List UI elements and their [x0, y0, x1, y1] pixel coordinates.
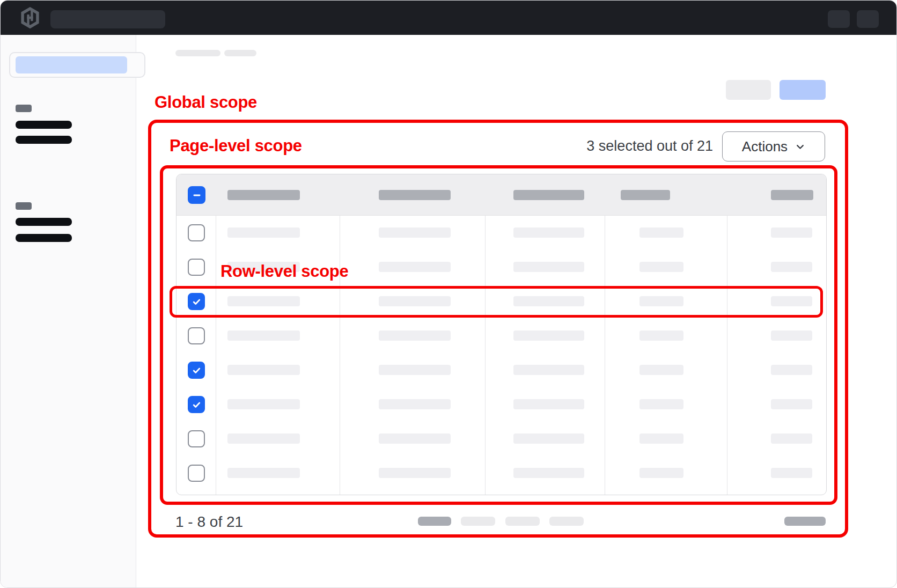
table-row	[177, 319, 826, 353]
cell-skeleton	[513, 365, 584, 375]
actions-button[interactable]: Actions	[722, 131, 825, 161]
cell-skeleton	[771, 227, 812, 238]
cell-skeleton	[227, 365, 300, 375]
data-table	[176, 174, 827, 495]
cell-skeleton	[227, 399, 300, 409]
cell-skeleton	[639, 227, 683, 238]
cell-skeleton	[639, 330, 683, 341]
cell-skeleton	[771, 330, 812, 341]
cell-skeleton	[513, 262, 584, 272]
cell-skeleton	[227, 227, 300, 238]
check-icon	[192, 400, 201, 409]
minus-icon	[192, 190, 202, 200]
cell-skeleton	[771, 262, 812, 272]
table-row	[177, 353, 826, 387]
cell-skeleton	[379, 227, 451, 238]
primary-button[interactable]	[780, 80, 826, 100]
table-row	[177, 456, 826, 490]
cell-skeleton	[379, 399, 451, 409]
sidebar-section-label	[16, 105, 32, 112]
header-skeleton	[771, 190, 813, 200]
row-scope-label: Row-level scope	[220, 262, 348, 281]
pagination-next-pill[interactable]	[784, 517, 826, 526]
cell-skeleton	[771, 433, 812, 444]
table-row	[177, 284, 826, 319]
sidebar	[1, 35, 136, 588]
cell-skeleton	[771, 468, 812, 478]
cell-skeleton	[639, 433, 683, 444]
breadcrumb-item[interactable]	[224, 50, 256, 56]
table-body	[177, 216, 826, 490]
help-button[interactable]	[828, 10, 850, 28]
sidebar-item[interactable]	[16, 136, 72, 144]
page-scope-label: Page-level scope	[170, 136, 302, 156]
chevron-down-icon	[795, 142, 805, 152]
cell-skeleton	[227, 330, 300, 341]
cell-skeleton	[513, 227, 584, 238]
row-checkbox[interactable]	[188, 224, 205, 241]
secondary-button[interactable]	[726, 80, 771, 100]
app-window: Global scope Page-level scope Row-level …	[0, 0, 897, 588]
header-skeleton	[227, 190, 300, 200]
cell-skeleton	[639, 399, 683, 409]
pagination-page-pill[interactable]	[505, 517, 540, 526]
header-skeleton	[379, 190, 451, 200]
cell-skeleton	[639, 365, 683, 375]
cell-skeleton	[513, 433, 584, 444]
cell-skeleton	[379, 365, 451, 375]
selection-status: 3 selected out of 21	[586, 138, 713, 155]
header-skeleton	[621, 190, 670, 200]
search-input[interactable]	[50, 10, 165, 28]
top-navbar	[1, 1, 897, 35]
select-all-checkbox[interactable]	[188, 186, 205, 204]
cell-skeleton	[513, 468, 584, 478]
cell-skeleton	[379, 433, 451, 444]
check-icon	[192, 297, 201, 306]
cell-skeleton	[513, 330, 584, 341]
sidebar-item[interactable]	[16, 234, 72, 242]
cell-skeleton	[379, 468, 451, 478]
check-icon	[192, 366, 201, 375]
sidebar-item[interactable]	[16, 218, 72, 226]
cell-skeleton	[227, 468, 300, 478]
cell-skeleton	[771, 365, 812, 375]
cell-skeleton	[379, 262, 451, 272]
cell-skeleton	[771, 296, 812, 306]
row-checkbox[interactable]	[188, 430, 205, 447]
cell-skeleton	[771, 399, 812, 409]
pagination-range: 1 - 8 of 21	[175, 513, 243, 531]
row-checkbox[interactable]	[188, 327, 205, 344]
cell-skeleton	[227, 433, 300, 444]
table-row	[177, 422, 826, 456]
cell-skeleton	[639, 262, 683, 272]
cell-skeleton	[379, 330, 451, 341]
cell-skeleton	[639, 468, 683, 478]
row-checkbox-checked[interactable]	[188, 362, 205, 379]
cell-skeleton	[513, 399, 584, 409]
header-skeleton	[513, 190, 584, 200]
user-menu-button[interactable]	[857, 10, 879, 28]
actions-button-label: Actions	[742, 138, 788, 155]
cell-skeleton	[227, 296, 300, 306]
cell-skeleton	[379, 296, 451, 306]
row-checkbox-checked[interactable]	[188, 396, 205, 413]
sidebar-item[interactable]	[16, 121, 72, 129]
sidebar-active-item[interactable]	[16, 56, 127, 74]
table-row	[177, 216, 826, 250]
pagination-page-pill[interactable]	[549, 517, 584, 526]
row-checkbox[interactable]	[188, 465, 205, 482]
table-row	[177, 387, 826, 422]
sidebar-section-label	[16, 202, 32, 210]
pagination-page-pill[interactable]	[418, 517, 451, 526]
table-header	[177, 174, 826, 216]
hashicorp-logo-icon	[19, 6, 41, 29]
cell-skeleton	[513, 296, 584, 306]
row-checkbox-checked[interactable]	[188, 293, 205, 310]
row-checkbox[interactable]	[188, 259, 205, 276]
breadcrumb-item[interactable]	[175, 50, 220, 56]
pagination-page-pill[interactable]	[461, 517, 495, 526]
global-scope-label: Global scope	[155, 93, 257, 112]
cell-skeleton	[639, 296, 683, 306]
